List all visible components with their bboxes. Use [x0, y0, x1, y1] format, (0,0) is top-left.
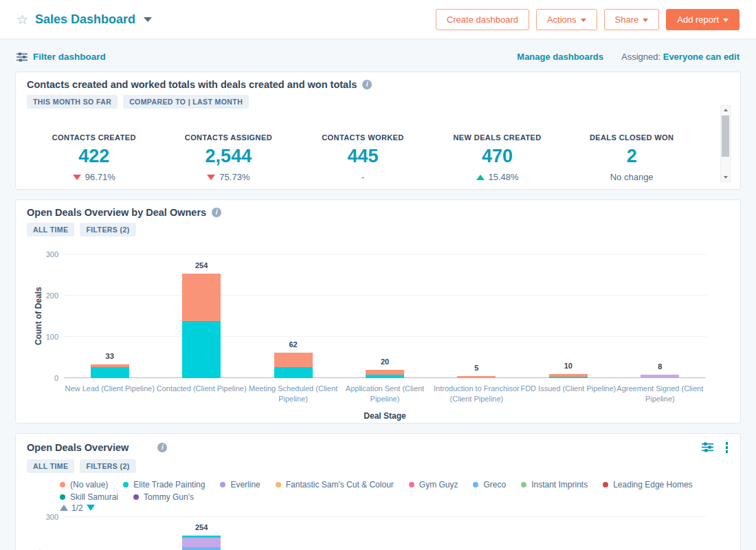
scroll-up-icon[interactable] — [724, 109, 728, 111]
open-deals-title: Open Deals Overview — [27, 442, 129, 453]
legend-page-up-icon[interactable] — [60, 505, 68, 511]
gridline — [64, 295, 706, 296]
legend-item[interactable]: Greco — [473, 480, 506, 490]
favorite-star-icon[interactable]: ☆ — [16, 13, 28, 26]
create-dashboard-button[interactable]: Create dashboard — [436, 9, 529, 30]
bar[interactable] — [274, 353, 313, 378]
metric-label: CONTACTS ASSIGNED — [162, 133, 296, 142]
manage-dashboards-link[interactable]: Manage dashboards — [517, 52, 603, 62]
page-title[interactable]: Sales Dashboard — [35, 12, 135, 27]
filters-badge: FILTERS (2) — [80, 223, 135, 236]
legend-item[interactable]: (No value) — [60, 480, 108, 490]
chart-plot-area: 01002003003325462205108 — [64, 254, 706, 378]
bar-segment[interactable] — [549, 377, 588, 378]
info-icon[interactable]: i — [212, 208, 221, 217]
info-icon[interactable]: i — [362, 80, 372, 89]
bar-value-label: 8 — [632, 362, 687, 371]
kpi-scrollbar[interactable] — [720, 105, 731, 182]
dashboard-toolbar: Filter dashboard Manage dashboards Assig… — [0, 39, 756, 72]
legend-item[interactable]: Leading Edge Homes — [603, 480, 692, 490]
filter-dashboard-link[interactable]: Filter dashboard — [16, 52, 106, 62]
bar-segment[interactable] — [366, 370, 404, 375]
y-tick-label: 300 — [46, 513, 58, 521]
bar[interactable] — [549, 374, 588, 378]
x-tick-label: Agreement Signed (Client Pipeline) — [608, 384, 712, 404]
deals-by-owner-chart: 01002003003325462205108Count of DealsNew… — [27, 236, 729, 418]
bar-segment[interactable] — [182, 321, 221, 378]
bar[interactable] — [182, 274, 221, 378]
x-tick-label: FDD Issued (Client Pipeline) — [516, 384, 621, 394]
all-time-badge: ALL TIME — [27, 223, 74, 236]
legend-dot-icon — [220, 482, 225, 487]
bar[interactable] — [91, 364, 129, 378]
metric-delta-text: No change — [610, 172, 654, 182]
bar-segment[interactable] — [641, 375, 679, 378]
y-axis-label: Count of Deals — [34, 254, 43, 378]
metric-label: NEW DEALS CREATED — [430, 133, 565, 142]
bar-segment[interactable] — [274, 353, 313, 367]
share-button[interactable]: Share — [604, 9, 660, 30]
metric-value: 2 — [564, 146, 699, 167]
bar-segment[interactable] — [182, 274, 221, 321]
bar[interactable] — [457, 376, 496, 378]
scroll-down-icon[interactable] — [724, 176, 728, 179]
add-report-button[interactable]: Add report — [666, 9, 740, 30]
legend-item[interactable]: Gym Guyz — [409, 480, 458, 490]
chart-filter-sliders-icon[interactable] — [702, 442, 713, 452]
dashboard-switcher-caret-icon[interactable] — [144, 17, 152, 22]
bar[interactable] — [182, 536, 221, 550]
scrollbar-thumb[interactable] — [722, 116, 729, 157]
deals-by-owner-header: Open Deals Overview by Deal Owners i — [27, 207, 729, 218]
filter-dashboard-label: Filter dashboard — [33, 52, 106, 62]
kpi-card-title: Contacts created and worked totals with … — [27, 79, 357, 90]
metric-delta: 75.73% — [162, 172, 296, 182]
bar-value-label: 33 — [82, 352, 137, 360]
more-options-kebab-icon[interactable] — [724, 441, 730, 454]
x-tick-label: Contacted (Client Pipeline) — [149, 384, 254, 394]
legend-label: Greco — [483, 480, 506, 490]
bar-segment[interactable] — [182, 547, 221, 550]
legend-page-down-icon[interactable] — [87, 505, 95, 511]
y-axis-label: Count of Deals — [34, 517, 43, 550]
bar-segment[interactable] — [274, 367, 313, 378]
chevron-down-icon — [643, 19, 648, 22]
date-range-badge: THIS MONTH SO FAR — [27, 95, 118, 109]
kpi-card-badges: THIS MONTH SO FAR COMPARED TO | LAST MON… — [27, 95, 729, 109]
chevron-down-icon — [723, 19, 729, 22]
legend-item[interactable]: Skill Samurai — [60, 492, 118, 502]
assigned-text: Assigned: Everyone can edit — [621, 52, 740, 62]
bar-segment[interactable] — [366, 375, 404, 378]
top-bar: ☆ Sales Dashboard Create dashboard Actio… — [0, 0, 756, 39]
legend-item[interactable]: Everline — [220, 480, 260, 490]
legend-pager: 1/2 — [60, 503, 729, 513]
chart-plot-area: 200300254 — [64, 517, 706, 550]
kpi-card-header: Contacts created and worked totals with … — [27, 79, 729, 90]
legend-item[interactable]: Fantastic Sam's Cut & Colour — [276, 480, 394, 490]
metric-label: DEALS CLOSED WON — [564, 133, 699, 142]
legend-item[interactable]: Tommy Gun's — [133, 492, 194, 502]
x-tick-label: Meeting Scheduled (Client Pipeline) — [241, 384, 346, 404]
metric: NEW DEALS CREATED47015.48% — [430, 133, 565, 182]
kpi-metrics-row: CONTACTS CREATED42296.71%CONTACTS ASSIGN… — [27, 133, 729, 182]
metric-delta: 15.48% — [430, 172, 565, 182]
bar[interactable] — [641, 375, 679, 378]
bar-value-label: 5 — [449, 364, 504, 372]
bar[interactable] — [366, 370, 404, 378]
x-axis-title: Deal Stage — [64, 411, 706, 421]
assigned-value-link[interactable]: Everyone can edit — [663, 52, 740, 62]
bar-segment[interactable] — [457, 376, 496, 378]
legend-dot-icon — [60, 494, 65, 500]
legend-item[interactable]: Elite Trade Painting — [123, 480, 205, 490]
legend-dot-icon — [603, 482, 608, 487]
add-report-button-label: Add report — [677, 14, 719, 25]
x-tick-label: New Lead (Client Pipeline) — [58, 384, 162, 394]
info-icon[interactable]: i — [157, 443, 167, 452]
gridline — [64, 336, 706, 337]
legend-label: Skill Samurai — [70, 492, 118, 502]
metric-value: 2,544 — [162, 146, 296, 167]
bar-segment[interactable] — [91, 367, 129, 378]
bar-segment[interactable] — [182, 538, 221, 547]
actions-button[interactable]: Actions — [536, 9, 597, 30]
top-actions: Create dashboard Actions Share Add repor… — [436, 9, 740, 30]
legend-item[interactable]: Instant Imprints — [521, 480, 588, 490]
